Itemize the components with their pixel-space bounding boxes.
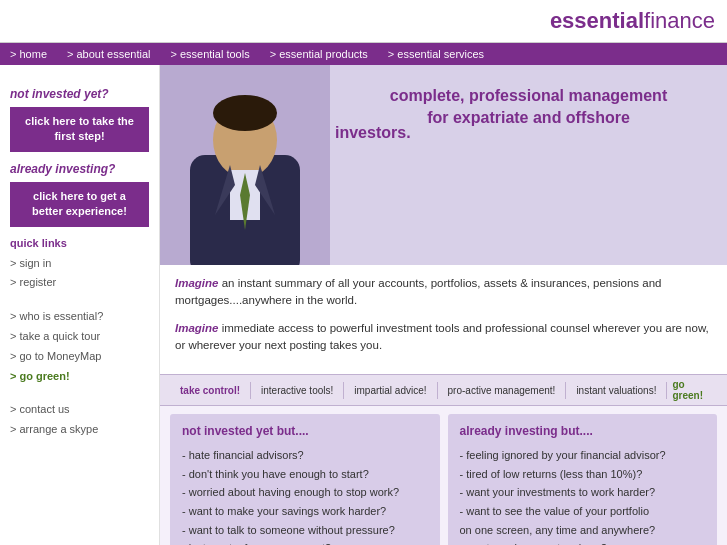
already-investing-list: - feeling ignored by your financial advi… <box>460 446 706 545</box>
hero-section: complete, professional management for ex… <box>160 65 727 265</box>
list-item: - tired of low returns (less than 10%)? <box>460 465 706 484</box>
sidebar-item-register[interactable]: > register <box>10 273 149 293</box>
sidebar-item-tour[interactable]: > take a quick tour <box>10 327 149 347</box>
hero-person-image <box>160 65 330 265</box>
list-item: - feeling ignored by your financial advi… <box>460 446 706 465</box>
hero-text: complete, professional management for ex… <box>330 75 727 152</box>
list-item: - just want a free assessment? <box>182 539 428 545</box>
hero-para1-text: an instant summary of all your accounts,… <box>175 277 661 306</box>
tab-take-control[interactable]: take control! <box>170 382 251 399</box>
not-invested-button[interactable]: click here to take the first step! <box>10 107 149 152</box>
sidebar-item-contact[interactable]: > contact us <box>10 400 149 420</box>
list-item: - want to talk to someone without pressu… <box>182 521 428 540</box>
investors-label: investors. <box>330 124 411 142</box>
hero-para1: Imagine an instant summary of all your a… <box>175 275 712 310</box>
already-investing-box: already investing but.... - feeling igno… <box>448 414 718 545</box>
list-item: - hate financial advisors? <box>182 446 428 465</box>
hero-body: Imagine an instant summary of all your a… <box>160 265 727 374</box>
already-investing-button[interactable]: click here to get a better experience! <box>10 182 149 227</box>
header: essentialfinance <box>0 0 727 43</box>
hero-para2: Imagine immediate access to powerful inv… <box>175 320 712 355</box>
list-item: - worried about having enough to stop wo… <box>182 483 428 502</box>
list-item: - want to make your savings work harder? <box>182 502 428 521</box>
not-invested-box-title: not invested yet but.... <box>182 424 428 438</box>
tabs-bar: take control! interactive tools! imparti… <box>160 374 727 406</box>
not-invested-heading: not invested yet? <box>10 87 149 101</box>
tab-interactive-tools[interactable]: interactive tools! <box>251 382 344 399</box>
navbar: > home > about essential > essential too… <box>0 43 727 65</box>
already-investing-box-title: already investing but.... <box>460 424 706 438</box>
main-wrapper: not invested yet? click here to take the… <box>0 65 727 545</box>
content-area: complete, professional management for ex… <box>160 65 727 545</box>
tab-instant-valuations[interactable]: instant valuations! <box>566 382 667 399</box>
not-invested-list: - hate financial advisors? - don't think… <box>182 446 428 545</box>
hero-para2-text: immediate access to powerful investment … <box>175 322 709 351</box>
tab-go-green[interactable]: go green! <box>672 379 717 401</box>
list-item: - want regular expert reviews? <box>460 539 706 545</box>
list-item: - don't think you have enough to start? <box>182 465 428 484</box>
logo-essential: essential <box>550 8 644 33</box>
list-item: - want your investments to work harder? <box>460 483 706 502</box>
tab-impartial-advice[interactable]: impartial advice! <box>344 382 437 399</box>
nav-home[interactable]: > home <box>10 48 47 60</box>
already-investing-heading: already investing? <box>10 162 149 176</box>
hero-para1-bold: Imagine <box>175 277 218 289</box>
hero-para2-bold: Imagine <box>175 322 218 334</box>
person-svg <box>160 65 330 265</box>
nav-services[interactable]: > essential services <box>388 48 484 60</box>
nav-about[interactable]: > about essential <box>67 48 150 60</box>
list-item: on one screen, any time and anywhere? <box>460 521 706 540</box>
tab-pro-active[interactable]: pro-active management! <box>438 382 567 399</box>
list-item: - want to see the value of your portfoli… <box>460 502 706 521</box>
sidebar-item-moneymap[interactable]: > go to MoneyMap <box>10 347 149 367</box>
nav-tools[interactable]: > essential tools <box>170 48 249 60</box>
nav-products[interactable]: > essential products <box>270 48 368 60</box>
two-columns: not invested yet but.... - hate financia… <box>160 406 727 545</box>
sidebar-item-skype[interactable]: > arrange a skype <box>10 420 149 440</box>
not-invested-box: not invested yet but.... - hate financia… <box>170 414 440 545</box>
logo: essentialfinance <box>550 8 715 34</box>
sidebar: not invested yet? click here to take the… <box>0 65 160 545</box>
svg-point-3 <box>213 95 277 131</box>
sidebar-item-signin[interactable]: > sign in <box>10 254 149 274</box>
sidebar-item-gogreen[interactable]: > go green! <box>10 367 149 387</box>
quick-links-section: quick links > sign in > register > who i… <box>10 237 149 440</box>
logo-finance: finance <box>644 8 715 33</box>
sidebar-item-who[interactable]: > who is essential? <box>10 307 149 327</box>
sidebar-links: > sign in > register > who is essential?… <box>10 254 149 440</box>
quick-links-title: quick links <box>10 237 149 249</box>
